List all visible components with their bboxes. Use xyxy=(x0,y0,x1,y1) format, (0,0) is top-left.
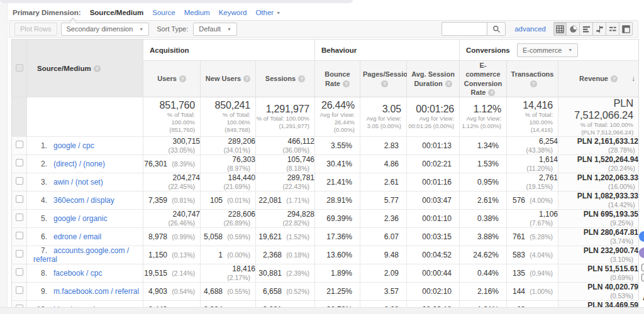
column-header-transactions[interactable]: Transactions? xyxy=(507,61,558,97)
help-icon[interactable]: ? xyxy=(343,80,350,87)
source-medium-link[interactable]: m.facebook.com / referral xyxy=(53,287,139,296)
cell-revenue: PLN 51,515.61(0.69%) xyxy=(558,264,639,282)
source-medium-link[interactable]: edrone / email xyxy=(53,232,101,241)
chevron-down-icon: ▼ xyxy=(276,11,280,15)
dimension-tab-source-medium[interactable]: Source/Medium xyxy=(90,9,144,16)
performance-view-button[interactable] xyxy=(580,22,593,36)
row-checkbox[interactable] xyxy=(16,250,23,257)
select-all-header-cell xyxy=(12,40,27,97)
source-medium-link[interactable]: 360ecom / display xyxy=(53,196,114,205)
help-icon[interactable]: ? xyxy=(530,80,537,87)
cell-sessions: 22,081(1.71%) xyxy=(256,191,315,209)
percentage-view-button[interactable] xyxy=(567,22,580,36)
table-row: 3.awin / (not set)204,274(22.45%)184,440… xyxy=(12,173,639,191)
column-header-bounce-rate[interactable]: Bounce Rate? xyxy=(315,61,360,97)
help-icon[interactable]: ? xyxy=(488,89,495,96)
select-all-checkbox[interactable] xyxy=(16,64,23,72)
source-medium-link[interactable]: (direct) / (none) xyxy=(53,160,105,168)
floating-widget-box2[interactable] xyxy=(641,274,644,281)
secondary-dimension-button[interactable]: Secondary dimension ▼ xyxy=(61,23,150,36)
advanced-search-link[interactable]: advanced xyxy=(514,25,546,33)
chevron-down-icon: ▼ xyxy=(227,27,231,31)
column-header-avg-session-duration[interactable]: Avg. Session Duration? xyxy=(407,61,460,97)
cell-new-users: 184,440(21.69%) xyxy=(201,173,256,191)
dimension-column-header[interactable]: Source/Medium? xyxy=(27,40,143,97)
comparison-view-button[interactable] xyxy=(593,22,606,36)
table-row: 9.m.facebook.com / referral4,903(0.54%)4… xyxy=(12,282,639,300)
row-checkbox[interactable] xyxy=(16,177,23,185)
total-bounce-rate: 26.44%Avg for View:26.44% (0.00%) xyxy=(315,97,360,137)
cell-users: 19,515(2.14%) xyxy=(143,264,201,282)
cell-avg-session-duration: 00:00:44 xyxy=(407,264,460,282)
source-medium-link[interactable]: google / cpc xyxy=(53,141,94,150)
table-view-button[interactable] xyxy=(553,22,567,36)
dimension-tab-source[interactable]: Source xyxy=(152,9,175,16)
row-check-cell xyxy=(12,209,27,227)
search-button[interactable] xyxy=(487,22,506,36)
column-header-revenue[interactable]: Revenue?↓ xyxy=(558,61,639,97)
totals-row: 851,760% of Total: 100.00%(851,760)850,2… xyxy=(12,97,639,137)
cell-users: 8,978(0.99%) xyxy=(143,227,201,246)
sort-type-label: Sort Type: xyxy=(157,25,188,33)
floating-widget-blue[interactable] xyxy=(639,231,644,242)
dimension-tab-other[interactable]: Other▼ xyxy=(255,9,280,16)
source-medium-link[interactable]: accounts.google.com / referral xyxy=(33,246,129,264)
row-checkbox[interactable] xyxy=(16,214,23,221)
source-medium-link[interactable]: facebook / cpc xyxy=(53,269,102,278)
cell-transactions: 761(5.28%) xyxy=(507,227,558,246)
dimension-tab-keyword[interactable]: Keyword xyxy=(219,9,247,16)
row-checkbox[interactable] xyxy=(16,141,23,148)
row-checkbox[interactable] xyxy=(16,286,23,294)
source-medium-cell: 4.360ecom / display xyxy=(27,191,143,209)
sort-direction-icon: ↓ xyxy=(631,74,635,84)
bar-list-icon xyxy=(582,25,591,33)
chevron-down-icon: ▼ xyxy=(568,48,572,52)
row-checkbox[interactable] xyxy=(16,195,23,203)
floating-widget-box1[interactable] xyxy=(641,264,644,271)
row-checkbox[interactable] xyxy=(16,159,23,166)
cell-ecommerce-conversion-rate: 2.16% xyxy=(460,282,507,300)
dimension-tab-medium[interactable]: Medium xyxy=(184,9,210,16)
help-icon[interactable]: ? xyxy=(179,75,186,82)
source-medium-link[interactable]: google / organic xyxy=(53,214,107,223)
search-input[interactable] xyxy=(441,22,487,36)
floating-widget-purple[interactable] xyxy=(639,247,644,258)
report-toolbar: Plot Rows Secondary dimension ▼ Sort Typ… xyxy=(9,20,638,38)
cell-revenue: PLN 1,082,933.33(14.42%) xyxy=(558,191,639,209)
source-medium-cell: 8.facebook / cpc xyxy=(27,264,143,282)
plot-rows-button[interactable]: Plot Rows xyxy=(14,23,57,36)
cell-sessions: 105,746(8.18%) xyxy=(256,154,315,173)
group-header-behaviour: Behaviour xyxy=(315,40,460,61)
cell-transactions: 144(1.00%) xyxy=(507,282,558,300)
cell-new-users: 1(0.00%) xyxy=(201,246,256,264)
conversions-goal-selector[interactable]: E-commerce ▼ xyxy=(517,43,578,57)
column-header-sessions[interactable]: Sessions? xyxy=(256,61,315,97)
sort-type-button[interactable]: Default ▼ xyxy=(193,23,237,36)
table-row: 8.facebook / cpc19,515(2.14%)18,416(2.17… xyxy=(12,264,639,282)
row-check-cell xyxy=(12,282,27,300)
source-medium-cell: 7.accounts.google.com / referral xyxy=(27,246,143,264)
help-icon[interactable]: ? xyxy=(611,75,618,82)
primary-dimension-label: Primary Dimension: xyxy=(13,9,81,16)
term-cloud-view-button[interactable] xyxy=(606,22,619,36)
help-icon[interactable]: ? xyxy=(298,75,305,82)
row-checkbox[interactable] xyxy=(16,232,23,239)
help-icon[interactable]: ? xyxy=(243,75,250,82)
help-icon[interactable]: ? xyxy=(94,65,101,72)
row-check-cell xyxy=(12,154,27,173)
help-icon[interactable]: ? xyxy=(445,80,452,87)
column-header-pages-session[interactable]: Pages/Session? xyxy=(360,61,407,97)
cell-sessions: 289,781(22.43%) xyxy=(256,173,315,191)
pivot-view-button[interactable] xyxy=(619,22,633,36)
cell-revenue: PLN 2,161,633.12(28.78%) xyxy=(558,136,639,154)
column-header-users[interactable]: Users? xyxy=(143,61,201,97)
source-medium-link[interactable]: awin / (not set) xyxy=(53,178,103,187)
cell-ecommerce-conversion-rate: 0.38% xyxy=(460,209,507,227)
cell-transactions: 1,614(11.20%) xyxy=(507,154,558,173)
column-header-ecommerce-conversion-rate[interactable]: E-commerce Conversion Rate? xyxy=(460,61,507,97)
row-checkbox[interactable] xyxy=(16,268,23,276)
cell-pages-session: 2.83 xyxy=(360,136,407,154)
column-header-new-users[interactable]: New Users? xyxy=(201,61,256,97)
source-medium-cell: 5.google / organic xyxy=(27,209,143,227)
help-icon[interactable]: ? xyxy=(381,80,388,87)
